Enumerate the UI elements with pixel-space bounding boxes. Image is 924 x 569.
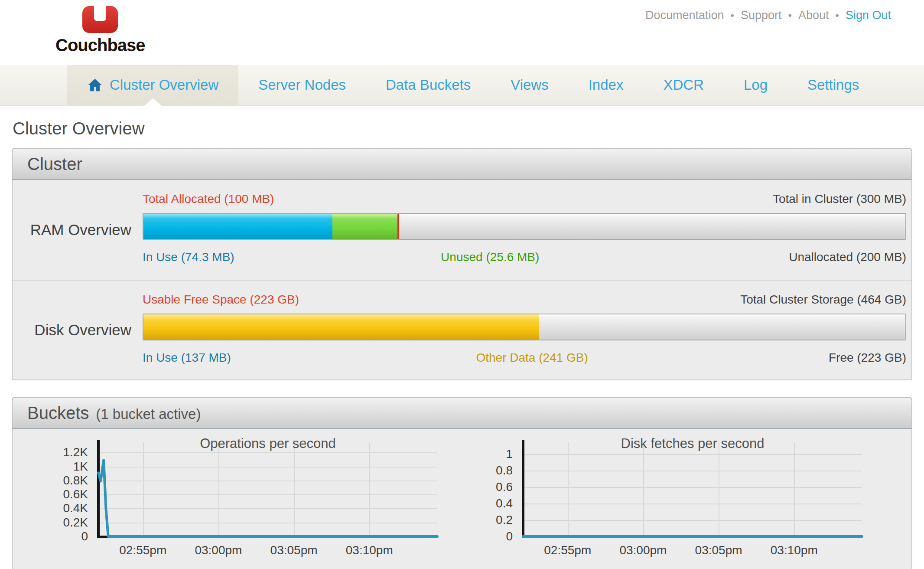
home-icon (87, 77, 103, 93)
fetches-chart-title: Disk fetches per second (523, 436, 862, 451)
fetches-series-line (523, 442, 862, 536)
tab-data-buckets[interactable]: Data Buckets (366, 65, 491, 105)
fetches-chart-plot (523, 442, 862, 536)
ops-chart-y-axis-labels: 00.2K0.4K0.6K0.8K1K1.2K (60, 442, 93, 536)
ops-chart-plot (98, 442, 437, 536)
tab-label: Cluster Overview (110, 77, 218, 93)
cluster-panel-header: Cluster (12, 148, 912, 180)
link-separator: • (731, 10, 734, 22)
couchbase-console: Couchbase Documentation • Support • Abou… (0, 0, 924, 569)
buckets-active-count: (1 bucket active) (96, 399, 201, 429)
tab-views[interactable]: Views (491, 65, 568, 105)
disk-free-label: Free (223 GB) (829, 351, 906, 365)
disk-fetches-per-second-chart: Disk fetches per second 00.20.40.60.81 0… (485, 436, 865, 562)
content-area: Cluster Overview Cluster RAM Overview To… (0, 119, 924, 569)
buckets-panel-title: Buckets (27, 398, 89, 428)
ram-allocated-marker (397, 214, 399, 239)
ram-in-use-segment (143, 214, 332, 239)
ops-series-line (98, 442, 437, 536)
fetches-chart-y-axis-labels: 00.20.40.60.81 (485, 442, 518, 536)
tab-settings[interactable]: Settings (787, 65, 879, 105)
ram-unused-label: Unused (25.6 MB) (441, 250, 539, 264)
tab-server-nodes[interactable]: Server Nodes (238, 65, 366, 105)
bucket-charts: Operations per second 00.2K0.4K0.6K0.8K1… (13, 429, 911, 569)
ram-overview-row: RAM Overview Total Allocated (100 MB) To… (13, 180, 911, 280)
disk-overview-label: Disk Overview (13, 281, 143, 379)
disk-in-use-label: In Use (137 MB) (143, 351, 231, 365)
disk-usable-free-label: Usable Free Space (223 GB) (143, 293, 299, 307)
ram-usage-bar (143, 213, 906, 240)
cluster-panel: Cluster RAM Overview Total Allocated (10… (12, 148, 912, 380)
disk-bottom-labels: In Use (137 MB) Other Data (241 GB) Free… (143, 348, 906, 366)
disk-top-labels: Usable Free Space (223 GB) Total Cluster… (143, 291, 906, 308)
ram-total-in-cluster-label: Total in Cluster (300 MB) (773, 192, 906, 206)
page-title: Cluster Overview (13, 119, 912, 138)
disk-overview-row: Disk Overview Usable Free Space (223 GB)… (13, 280, 911, 379)
main-nav: Cluster Overview Server Nodes Data Bucke… (0, 65, 924, 106)
support-link[interactable]: Support (741, 9, 782, 22)
cluster-panel-title: Cluster (27, 149, 82, 179)
couchbase-logo-icon (82, 6, 118, 33)
link-separator: • (836, 10, 839, 22)
ram-unused-segment (332, 214, 398, 239)
ram-bottom-labels: In Use (74.3 MB) Unused (25.6 MB) Unallo… (143, 248, 906, 265)
ram-in-use-label: In Use (74.3 MB) (143, 250, 234, 264)
disk-other-data-label: Other Data (241 GB) (476, 351, 588, 365)
buckets-panel-body: Operations per second 00.2K0.4K0.6K0.8K1… (12, 429, 912, 569)
top-header: Couchbase Documentation • Support • Abou… (0, 0, 924, 65)
disk-total-storage-label: Total Cluster Storage (464 GB) (740, 293, 906, 307)
disk-other-data-segment (143, 314, 539, 340)
ops-chart-title: Operations per second (98, 436, 437, 451)
couchbase-logo[interactable]: Couchbase (55, 6, 145, 55)
link-separator: • (788, 10, 792, 22)
utility-links: Documentation • Support • About • Sign O… (645, 9, 891, 22)
buckets-panel-header: Buckets (1 bucket active) (12, 397, 912, 429)
ram-top-labels: Total Allocated (100 MB) Total in Cluste… (143, 190, 906, 208)
ram-overview-label: RAM Overview (13, 180, 143, 280)
disk-bar-zone: Usable Free Space (223 GB) Total Cluster… (143, 281, 911, 379)
buckets-panel: Buckets (1 bucket active) Operations per… (12, 397, 912, 569)
couchbase-logo-text: Couchbase (55, 36, 145, 55)
tab-cluster-overview[interactable]: Cluster Overview (67, 65, 238, 105)
tab-index[interactable]: Index (569, 65, 644, 105)
ram-total-allocated-label: Total Allocated (100 MB) (143, 192, 274, 206)
fetches-chart-x-axis-labels: 02:55pm03:00pm03:05pm03:10pm (523, 543, 862, 560)
tab-xdcr[interactable]: XDCR (643, 65, 724, 105)
documentation-link[interactable]: Documentation (645, 9, 724, 22)
ram-bar-zone: Total Allocated (100 MB) Total in Cluste… (143, 180, 911, 280)
sign-out-link[interactable]: Sign Out (846, 9, 891, 22)
ram-unallocated-label: Unallocated (200 MB) (789, 250, 906, 264)
about-link[interactable]: About (798, 9, 829, 22)
disk-usage-bar (143, 314, 906, 340)
tab-log[interactable]: Log (724, 65, 787, 105)
cluster-panel-body: RAM Overview Total Allocated (100 MB) To… (12, 180, 912, 380)
ops-chart-x-axis-labels: 02:55pm03:00pm03:05pm03:10pm (98, 543, 437, 560)
operations-per-second-chart: Operations per second 00.2K0.4K0.6K0.8K1… (60, 436, 440, 562)
